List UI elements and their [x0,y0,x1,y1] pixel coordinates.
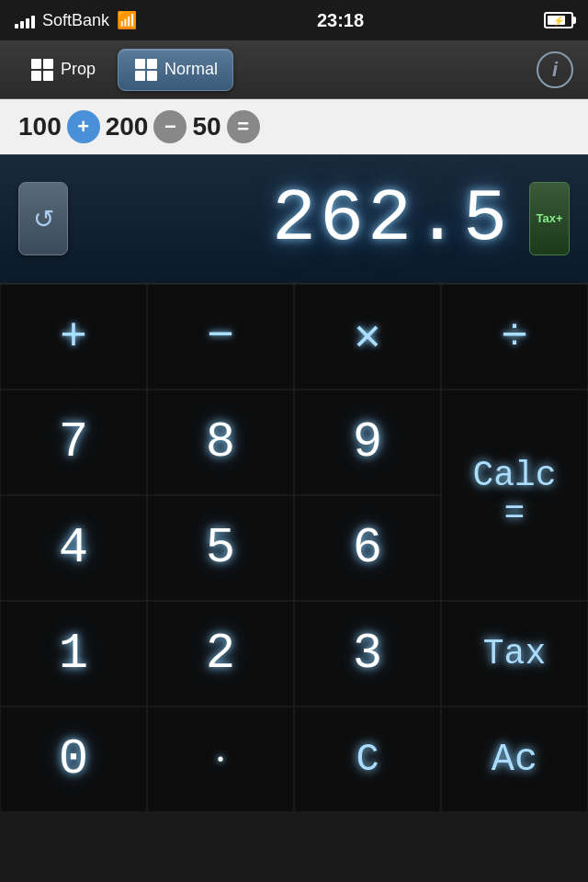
wifi-icon: 📶 [117,10,137,30]
signal-bar-2 [20,21,24,28]
signal-bar-3 [26,18,29,28]
expr-num-2: 200 [106,112,149,141]
tab-prop[interactable]: Prop [15,49,110,91]
info-icon: i [552,58,558,82]
normal-icon [133,57,159,83]
four-key-label: 4 [59,524,88,573]
one-key[interactable]: 1 [0,601,147,707]
info-button[interactable]: i [537,51,573,88]
signal-bar-4 [31,16,35,28]
calc-key-label: Calc= [472,457,556,534]
carrier-name: SoftBank [42,11,109,30]
clear-key[interactable]: C [294,707,441,812]
two-key[interactable]: 2 [147,601,294,707]
five-key[interactable]: 5 [147,495,294,601]
seven-key[interactable]: 7 [0,390,147,495]
signal-bar-1 [15,24,18,28]
calc-key[interactable]: Calc= [441,390,588,601]
toolbar-tabs: Prop Normal [15,49,537,91]
keypad: + − ✕ ÷ 7 8 9 Calc= 4 5 6 1 2 3 Tax [0,283,588,812]
expr-op-plus: + [67,110,100,143]
prop-icon [29,57,55,83]
expr-op-minus: − [153,110,187,143]
normal-icon-grid [135,59,157,81]
divide-key[interactable]: ÷ [441,284,588,390]
clear-key-label: C [356,738,379,782]
six-key[interactable]: 6 [294,495,441,601]
allclear-key-label: Ac [492,738,537,782]
clock: 23:18 [317,10,364,31]
eight-key[interactable]: 8 [147,390,294,495]
expression-bar: 100 + 200 − 50 = [0,99,588,154]
four-key[interactable]: 4 [0,495,147,601]
tax-key[interactable]: Tax [441,601,588,707]
prop-label: Prop [61,60,96,79]
status-left: SoftBank 📶 [15,10,137,30]
tab-normal[interactable]: Normal [118,49,233,91]
five-key-label: 5 [206,524,235,573]
nine-key-label: 9 [353,418,382,468]
toolbar: Prop Normal i [0,40,588,99]
multiply-key[interactable]: ✕ [294,284,441,390]
two-key-label: 2 [206,629,235,679]
nine-key[interactable]: 9 [294,390,441,495]
plus-key-label: + [60,314,87,360]
expr-num-3: 50 [192,112,220,141]
divide-key-label: ÷ [501,314,528,360]
undo-icon: ↺ [33,204,54,234]
expr-num-1: 100 [18,112,62,141]
display-value: 262.5 [68,177,529,261]
one-key-label: 1 [59,629,88,679]
three-key[interactable]: 3 [294,601,441,707]
prop-icon-grid [31,59,53,81]
zero-key[interactable]: 0 [0,707,147,812]
zero-key-label: 0 [59,735,88,785]
tax-key-label: Tax [483,634,546,673]
status-bar: SoftBank 📶 23:18 ⚡ [0,0,588,40]
display-area: ↺ 262.5 Tax+ [0,154,588,283]
normal-label: Normal [164,60,218,79]
battery-icon: ⚡ [544,12,573,28]
minus-key-label: − [207,314,234,360]
dot-key-label: • [217,749,223,770]
expr-op-equals: = [227,110,260,143]
dot-key[interactable]: • [147,707,294,812]
eight-key-label: 8 [206,418,235,468]
tax-plus-button[interactable]: Tax+ [529,182,570,255]
multiply-key-label: ✕ [355,315,381,359]
three-key-label: 3 [353,629,382,679]
signal-bars [15,12,35,28]
seven-key-label: 7 [59,418,88,468]
status-right: ⚡ [544,12,573,28]
undo-button[interactable]: ↺ [18,182,68,255]
charging-icon: ⚡ [553,16,564,26]
plus-key[interactable]: + [0,284,147,390]
six-key-label: 6 [353,524,382,573]
minus-key[interactable]: − [147,284,294,390]
allclear-key[interactable]: Ac [441,707,588,812]
